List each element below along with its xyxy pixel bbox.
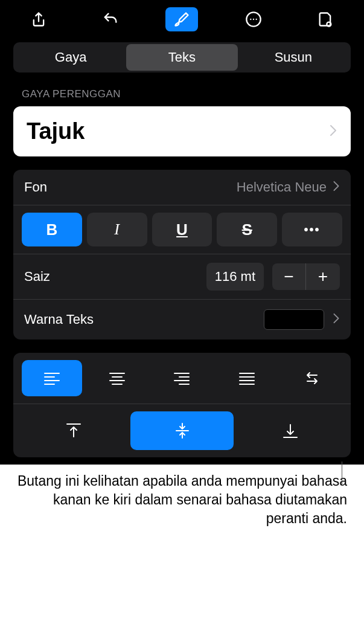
size-increase-button[interactable]: + [306,263,340,290]
svg-point-2 [253,19,254,20]
align-middle-button[interactable] [130,411,234,450]
svg-point-4 [327,22,331,27]
paragraph-style-name: Tajuk [27,118,85,144]
text-direction-button[interactable] [282,360,342,396]
section-label-paragraph-style: GAYA PERENGGAN [13,88,351,100]
size-value[interactable]: 116 mt [206,263,264,291]
align-justify-button[interactable] [217,360,277,396]
top-toolbar [0,0,364,42]
format-brush-button[interactable] [165,7,198,31]
bold-button[interactable]: B [22,213,82,246]
font-row[interactable]: Fon Helvetica Neue [13,170,351,205]
svg-point-1 [250,19,251,20]
font-value: Helvetica Neue [237,179,327,195]
size-stepper: − + [272,263,340,290]
text-color-row[interactable]: Warna Teks [13,300,351,339]
vertical-align-row [13,404,351,457]
font-card: Fon Helvetica Neue B I U S ••• Saiz 116 … [13,170,351,339]
align-center-button[interactable] [87,360,147,396]
more-format-button[interactable]: ••• [282,213,342,246]
chevron-right-icon [329,124,337,139]
svg-point-3 [256,19,257,20]
share-button[interactable] [22,7,55,31]
font-label: Fon [24,179,47,195]
alignment-card [13,353,351,457]
italic-button[interactable]: I [87,213,147,246]
inspector-tabs: Gaya Teks Susun [13,42,351,72]
tab-susun[interactable]: Susun [238,44,349,71]
size-label: Saiz [24,269,198,285]
paragraph-style-selector[interactable]: Tajuk [13,106,351,156]
align-bottom-button[interactable] [238,411,342,450]
strikethrough-button[interactable]: S [217,213,277,246]
callout-caption: Butang ini kelihatan apabila anda mempun… [0,465,364,546]
tab-gaya[interactable]: Gaya [15,44,126,71]
chevron-right-icon [333,313,340,326]
text-format-row: B I U S ••• [13,205,351,254]
tab-teks[interactable]: Teks [126,44,237,71]
text-color-label: Warna Teks [24,312,255,327]
underline-button[interactable]: U [152,213,212,246]
text-color-swatch[interactable] [264,309,324,330]
size-decrease-button[interactable]: − [272,263,306,290]
horizontal-align-row [13,353,351,404]
chevron-right-icon [333,179,340,195]
undo-button[interactable] [94,7,127,31]
align-left-button[interactable] [22,360,82,396]
document-view-button[interactable] [309,7,342,31]
more-button[interactable] [237,7,270,31]
align-top-button[interactable] [22,411,126,450]
size-row: Saiz 116 mt − + [13,254,351,300]
align-right-button[interactable] [152,360,212,396]
